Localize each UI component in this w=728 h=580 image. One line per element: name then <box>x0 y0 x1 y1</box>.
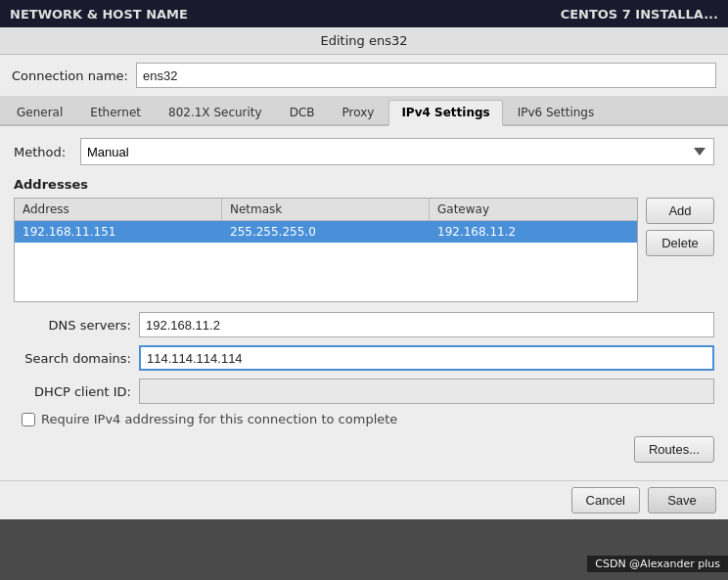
connection-name-input[interactable] <box>136 63 716 88</box>
cell-address: 192.168.11.151 <box>15 221 222 243</box>
addresses-buttons: Add Delete <box>646 198 714 302</box>
dialog-title: Editing ens32 <box>0 27 728 55</box>
content-area: Method: Manual Automatic (DHCP) Link-Loc… <box>0 126 728 480</box>
dns-input[interactable] <box>139 312 714 337</box>
dns-row: DNS servers: <box>14 312 714 337</box>
save-button[interactable]: Save <box>648 487 716 513</box>
delete-button[interactable]: Delete <box>646 230 714 256</box>
dhcp-id-label: DHCP client ID: <box>14 384 131 399</box>
tab-802-1x[interactable]: 802.1X Security <box>156 100 275 124</box>
addresses-empty <box>15 243 637 301</box>
routes-row: Routes... <box>14 436 714 463</box>
dhcp-id-row: DHCP client ID: <box>14 379 714 404</box>
col-address: Address <box>15 199 222 220</box>
tab-ipv4[interactable]: IPv4 Settings <box>388 100 502 126</box>
dhcp-id-input[interactable] <box>139 379 714 404</box>
bottom-bar: Cancel Save <box>0 480 728 519</box>
addresses-header: Address Netmask Gateway <box>15 199 637 221</box>
ipv4-require-checkbox[interactable] <box>22 413 35 426</box>
add-button[interactable]: Add <box>646 198 714 224</box>
tabs-bar: General Ethernet 802.1X Security DCB Pro… <box>0 96 728 126</box>
connection-name-label: Connection name: <box>12 68 128 83</box>
method-row: Method: Manual Automatic (DHCP) Link-Loc… <box>14 138 714 165</box>
addresses-table: Address Netmask Gateway 192.168.11.151 2… <box>14 198 638 302</box>
tab-ipv6[interactable]: IPv6 Settings <box>505 100 608 124</box>
search-domains-label: Search domains: <box>14 351 131 366</box>
cell-netmask: 255.255.255.0 <box>222 221 430 243</box>
top-bar-right: CENTOS 7 INSTALLA... <box>561 7 718 22</box>
top-bar-left: NETWORK & HOST NAME <box>10 7 188 22</box>
method-label: Method: <box>14 145 72 159</box>
col-netmask: Netmask <box>222 199 430 220</box>
dns-label: DNS servers: <box>14 318 131 333</box>
method-select[interactable]: Manual Automatic (DHCP) Link-Local Only … <box>80 138 714 165</box>
tab-dcb[interactable]: DCB <box>277 100 328 124</box>
top-bar: NETWORK & HOST NAME CENTOS 7 INSTALLA... <box>0 0 728 27</box>
addresses-area: Address Netmask Gateway 192.168.11.151 2… <box>14 198 714 302</box>
cell-gateway: 192.168.11.2 <box>430 221 637 243</box>
cancel-button[interactable]: Cancel <box>571 487 640 513</box>
tab-general[interactable]: General <box>4 100 75 124</box>
search-domains-input[interactable] <box>139 345 714 371</box>
search-domains-row: Search domains: <box>14 345 714 371</box>
ipv4-require-label[interactable]: Require IPv4 addressing for this connect… <box>41 412 397 426</box>
addresses-title: Addresses <box>14 177 714 192</box>
tab-ethernet[interactable]: Ethernet <box>77 100 154 124</box>
tab-proxy[interactable]: Proxy <box>330 100 387 124</box>
connection-name-row: Connection name: <box>0 55 728 96</box>
checkbox-row: Require IPv4 addressing for this connect… <box>22 412 714 426</box>
watermark: CSDN @Alexander plus <box>587 556 728 572</box>
col-gateway: Gateway <box>430 199 637 220</box>
table-row[interactable]: 192.168.11.151 255.255.255.0 192.168.11.… <box>15 221 637 243</box>
routes-button[interactable]: Routes... <box>634 436 714 463</box>
